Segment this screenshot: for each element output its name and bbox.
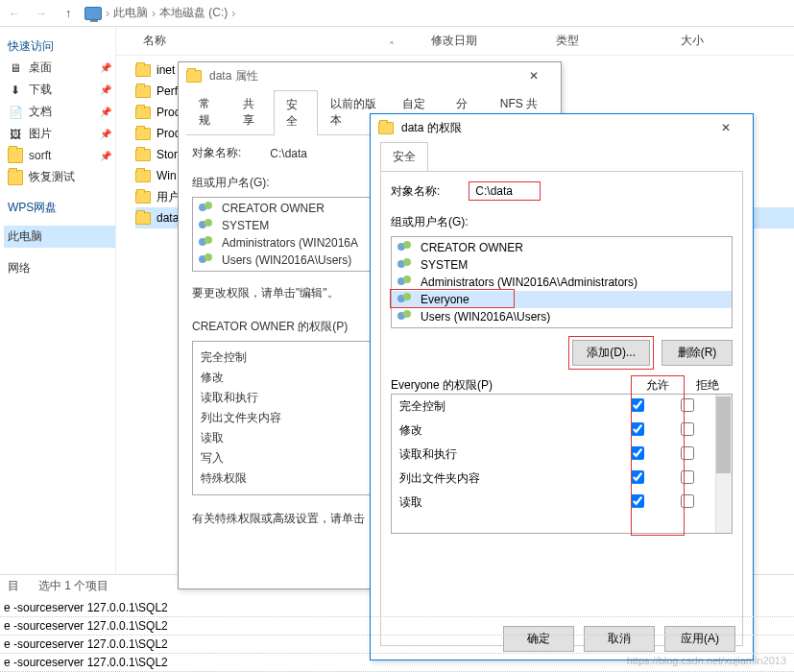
folder-icon	[135, 170, 151, 182]
group-row[interactable]: Administrators (WIN2016A\Administrators)	[392, 274, 732, 291]
users-icon	[397, 241, 415, 254]
deny-checkbox[interactable]	[681, 446, 694, 460]
dialog-title: data 属性	[209, 68, 258, 84]
folder-icon	[135, 128, 151, 140]
nav-documents[interactable]: 📄文档📌	[4, 101, 115, 123]
pin-icon: 📌	[100, 107, 111, 117]
up-button[interactable]: ↑	[58, 3, 79, 24]
tab-security[interactable]: 安全	[274, 90, 318, 135]
col-size[interactable]: 大小	[673, 33, 740, 49]
file-name: Win	[156, 169, 177, 182]
quick-access-header[interactable]: 快速访问	[8, 38, 115, 55]
deny-checkbox[interactable]	[681, 422, 694, 436]
folder-icon	[135, 149, 151, 161]
back-button[interactable]: ←	[4, 3, 25, 24]
crumb-root[interactable]: 此电脑	[113, 5, 148, 21]
folder-icon	[186, 70, 202, 83]
groups-label: 组或用户名(G):	[391, 214, 733, 230]
dialog-body: 对象名称: C:\data 组或用户名(G): CREATOR OWNERSYS…	[380, 171, 743, 646]
pictures-icon: 🖼	[8, 127, 23, 142]
terminal-line: e -sourceserver 127.0.0.1\SQL2	[0, 636, 794, 654]
scrollbar[interactable]	[715, 395, 732, 533]
users-icon	[199, 219, 216, 232]
permissions-grid: 完全控制修改读取和执行列出文件夹内容读取	[391, 394, 733, 534]
wps-header[interactable]: WPS网盘	[8, 200, 115, 216]
deny-checkbox[interactable]	[681, 494, 694, 508]
allow-checkbox[interactable]	[631, 422, 644, 436]
perm-name: 读取	[399, 494, 613, 511]
download-icon: ⬇	[8, 83, 23, 98]
file-name: Proc	[156, 127, 180, 140]
nav-downloads[interactable]: ⬇下载📌	[4, 79, 115, 101]
tab-share[interactable]: 共享	[230, 89, 275, 134]
perm-title: Everyone 的权限(P)	[391, 377, 633, 394]
file-name: Stor	[156, 148, 178, 161]
perm-row: 列出文件夹内容	[392, 467, 732, 491]
users-icon	[397, 276, 415, 289]
breadcrumb[interactable]: › 此电脑 › 本地磁盘 (C:) ›	[84, 5, 235, 21]
nav-this-pc[interactable]: 此电脑	[4, 226, 115, 248]
close-icon[interactable]: ✕	[515, 69, 553, 83]
deny-checkbox[interactable]	[681, 470, 694, 484]
perm-name: 读取和执行	[399, 446, 613, 463]
documents-icon: 📄	[8, 105, 23, 120]
close-icon[interactable]: ✕	[707, 121, 745, 134]
nav-sorft[interactable]: sorft📌	[4, 145, 115, 166]
folder-icon	[135, 85, 151, 98]
dialog-title: data 的权限	[401, 120, 462, 136]
dialog-titlebar[interactable]: data 属性 ✕	[179, 62, 561, 89]
add-button[interactable]: 添加(D)...	[572, 340, 650, 366]
sort-caret-icon: ˄	[389, 40, 395, 54]
allow-checkbox[interactable]	[631, 398, 644, 412]
nav-recovery[interactable]: 恢复测试	[4, 166, 115, 188]
watermark: https://blog.csdn.net/xujiamin2013	[627, 655, 786, 666]
permissions-dialog: data 的权限 ✕ 安全 对象名称: C:\data 组或用户名(G): CR…	[370, 113, 754, 660]
tab-strip: 安全	[380, 141, 743, 171]
tab-security[interactable]: 安全	[380, 142, 428, 172]
pin-icon: 📌	[100, 129, 111, 139]
address-bar: ← → ↑ › 此电脑 › 本地磁盘 (C:) ›	[0, 0, 794, 27]
folder-icon	[8, 170, 23, 185]
file-name: data	[156, 211, 179, 225]
remove-button[interactable]: 删除(R)	[662, 340, 733, 366]
object-value: C:\data	[270, 147, 307, 160]
perm-row: 完全控制	[392, 395, 732, 419]
allow-checkbox[interactable]	[631, 470, 644, 484]
group-row[interactable]: Everyone	[392, 291, 732, 308]
nav-desktop[interactable]: 🖥桌面📌	[4, 57, 115, 79]
allow-checkbox[interactable]	[631, 446, 644, 460]
group-row[interactable]: CREATOR OWNER	[392, 239, 732, 256]
tab-general[interactable]: 常规	[186, 89, 230, 134]
desktop-icon: 🖥	[8, 60, 23, 76]
folder-icon	[8, 148, 23, 163]
object-label: 对象名称:	[192, 145, 241, 161]
nav-pictures[interactable]: 🖼图片📌	[4, 123, 115, 145]
file-name: Perf	[156, 84, 178, 98]
groups-listbox[interactable]: CREATOR OWNERSYSTEMAdministrators (WIN20…	[391, 236, 733, 328]
perm-row: 读取和执行	[392, 443, 732, 467]
object-label: 对象名称:	[391, 183, 440, 200]
file-name: inet	[156, 63, 175, 77]
file-name: Proc	[156, 106, 180, 119]
pin-icon: 📌	[100, 151, 111, 161]
terminal-line: e -sourceserver 127.0.0.1\SQL2	[0, 617, 794, 636]
crumb-drive[interactable]: 本地磁盘 (C:)	[159, 5, 228, 21]
nav-network[interactable]: 网络	[4, 257, 115, 279]
status-selection: 选中 1 个项目	[38, 578, 108, 594]
status-count: 目	[8, 578, 19, 594]
users-icon	[397, 258, 415, 272]
col-modified[interactable]: 修改日期	[423, 33, 548, 49]
group-row[interactable]: Users (WIN2016A\Users)	[392, 308, 732, 325]
users-icon	[199, 236, 216, 250]
col-type[interactable]: 类型	[548, 33, 673, 49]
folder-icon	[135, 107, 151, 119]
deny-checkbox[interactable]	[681, 398, 694, 412]
perm-row: 修改	[392, 419, 732, 443]
dialog-titlebar[interactable]: data 的权限 ✕	[371, 114, 753, 141]
perm-name: 完全控制	[399, 398, 613, 415]
allow-checkbox[interactable]	[631, 494, 644, 508]
group-row[interactable]: SYSTEM	[392, 256, 732, 274]
scrollbar-thumb[interactable]	[716, 396, 731, 473]
forward-button[interactable]: →	[31, 3, 52, 24]
col-name[interactable]: 名称˄	[135, 33, 423, 49]
